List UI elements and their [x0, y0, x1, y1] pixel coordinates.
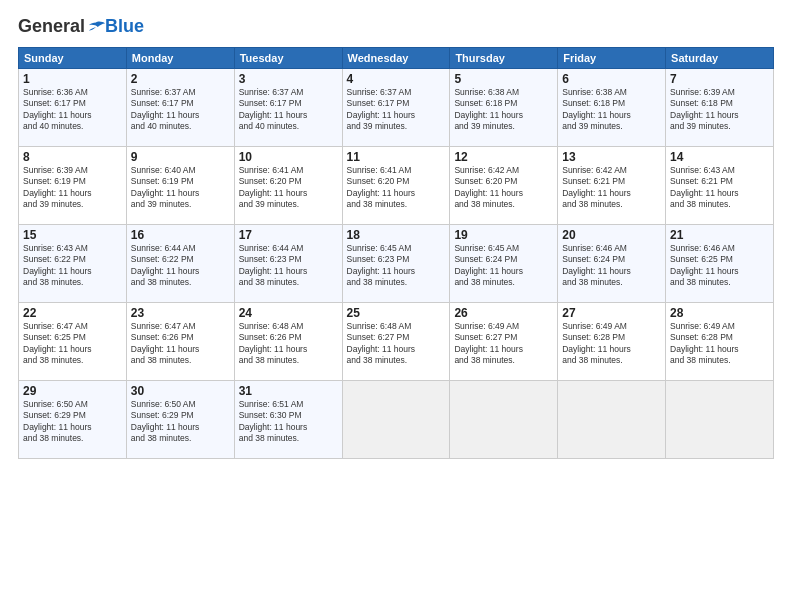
day-number: 29 [23, 384, 122, 398]
day-info: Sunrise: 6:45 AM Sunset: 6:24 PM Dayligh… [454, 243, 553, 289]
day-info: Sunrise: 6:42 AM Sunset: 6:20 PM Dayligh… [454, 165, 553, 211]
calendar-cell: 2Sunrise: 6:37 AM Sunset: 6:17 PM Daylig… [126, 69, 234, 147]
day-info: Sunrise: 6:45 AM Sunset: 6:23 PM Dayligh… [347, 243, 446, 289]
day-number: 28 [670, 306, 769, 320]
calendar-cell [558, 381, 666, 459]
calendar-cell: 30Sunrise: 6:50 AM Sunset: 6:29 PM Dayli… [126, 381, 234, 459]
day-number: 7 [670, 72, 769, 86]
calendar-cell: 31Sunrise: 6:51 AM Sunset: 6:30 PM Dayli… [234, 381, 342, 459]
day-info: Sunrise: 6:37 AM Sunset: 6:17 PM Dayligh… [347, 87, 446, 133]
day-number: 22 [23, 306, 122, 320]
day-info: Sunrise: 6:44 AM Sunset: 6:22 PM Dayligh… [131, 243, 230, 289]
calendar-cell: 11Sunrise: 6:41 AM Sunset: 6:20 PM Dayli… [342, 147, 450, 225]
calendar-cell: 23Sunrise: 6:47 AM Sunset: 6:26 PM Dayli… [126, 303, 234, 381]
day-number: 8 [23, 150, 122, 164]
day-number: 15 [23, 228, 122, 242]
day-number: 25 [347, 306, 446, 320]
day-number: 1 [23, 72, 122, 86]
calendar-cell: 9Sunrise: 6:40 AM Sunset: 6:19 PM Daylig… [126, 147, 234, 225]
day-number: 10 [239, 150, 338, 164]
day-number: 27 [562, 306, 661, 320]
calendar-cell: 6Sunrise: 6:38 AM Sunset: 6:18 PM Daylig… [558, 69, 666, 147]
day-number: 18 [347, 228, 446, 242]
day-number: 9 [131, 150, 230, 164]
calendar-cell: 13Sunrise: 6:42 AM Sunset: 6:21 PM Dayli… [558, 147, 666, 225]
day-info: Sunrise: 6:50 AM Sunset: 6:29 PM Dayligh… [23, 399, 122, 445]
day-info: Sunrise: 6:49 AM Sunset: 6:28 PM Dayligh… [670, 321, 769, 367]
day-info: Sunrise: 6:48 AM Sunset: 6:26 PM Dayligh… [239, 321, 338, 367]
day-number: 6 [562, 72, 661, 86]
col-header-saturday: Saturday [666, 48, 774, 69]
calendar-cell: 27Sunrise: 6:49 AM Sunset: 6:28 PM Dayli… [558, 303, 666, 381]
day-info: Sunrise: 6:38 AM Sunset: 6:18 PM Dayligh… [454, 87, 553, 133]
calendar-week-4: 22Sunrise: 6:47 AM Sunset: 6:25 PM Dayli… [19, 303, 774, 381]
day-info: Sunrise: 6:38 AM Sunset: 6:18 PM Dayligh… [562, 87, 661, 133]
day-info: Sunrise: 6:49 AM Sunset: 6:27 PM Dayligh… [454, 321, 553, 367]
day-info: Sunrise: 6:43 AM Sunset: 6:21 PM Dayligh… [670, 165, 769, 211]
calendar-cell: 1Sunrise: 6:36 AM Sunset: 6:17 PM Daylig… [19, 69, 127, 147]
day-number: 30 [131, 384, 230, 398]
day-info: Sunrise: 6:42 AM Sunset: 6:21 PM Dayligh… [562, 165, 661, 211]
calendar-cell: 10Sunrise: 6:41 AM Sunset: 6:20 PM Dayli… [234, 147, 342, 225]
calendar-cell: 7Sunrise: 6:39 AM Sunset: 6:18 PM Daylig… [666, 69, 774, 147]
calendar-week-3: 15Sunrise: 6:43 AM Sunset: 6:22 PM Dayli… [19, 225, 774, 303]
calendar-cell: 20Sunrise: 6:46 AM Sunset: 6:24 PM Dayli… [558, 225, 666, 303]
calendar-cell: 29Sunrise: 6:50 AM Sunset: 6:29 PM Dayli… [19, 381, 127, 459]
day-number: 5 [454, 72, 553, 86]
logo: General Blue [18, 16, 144, 37]
calendar-cell: 21Sunrise: 6:46 AM Sunset: 6:25 PM Dayli… [666, 225, 774, 303]
day-number: 21 [670, 228, 769, 242]
day-info: Sunrise: 6:36 AM Sunset: 6:17 PM Dayligh… [23, 87, 122, 133]
calendar-cell: 18Sunrise: 6:45 AM Sunset: 6:23 PM Dayli… [342, 225, 450, 303]
day-info: Sunrise: 6:44 AM Sunset: 6:23 PM Dayligh… [239, 243, 338, 289]
day-number: 23 [131, 306, 230, 320]
calendar-cell: 22Sunrise: 6:47 AM Sunset: 6:25 PM Dayli… [19, 303, 127, 381]
day-info: Sunrise: 6:43 AM Sunset: 6:22 PM Dayligh… [23, 243, 122, 289]
col-header-sunday: Sunday [19, 48, 127, 69]
calendar-cell: 26Sunrise: 6:49 AM Sunset: 6:27 PM Dayli… [450, 303, 558, 381]
calendar-week-2: 8Sunrise: 6:39 AM Sunset: 6:19 PM Daylig… [19, 147, 774, 225]
calendar-cell: 16Sunrise: 6:44 AM Sunset: 6:22 PM Dayli… [126, 225, 234, 303]
col-header-thursday: Thursday [450, 48, 558, 69]
col-header-tuesday: Tuesday [234, 48, 342, 69]
logo-bird-icon [87, 20, 105, 34]
day-number: 4 [347, 72, 446, 86]
calendar-cell: 15Sunrise: 6:43 AM Sunset: 6:22 PM Dayli… [19, 225, 127, 303]
calendar-cell [666, 381, 774, 459]
day-info: Sunrise: 6:49 AM Sunset: 6:28 PM Dayligh… [562, 321, 661, 367]
calendar-week-5: 29Sunrise: 6:50 AM Sunset: 6:29 PM Dayli… [19, 381, 774, 459]
day-number: 24 [239, 306, 338, 320]
col-header-monday: Monday [126, 48, 234, 69]
day-number: 12 [454, 150, 553, 164]
day-number: 17 [239, 228, 338, 242]
calendar-cell: 17Sunrise: 6:44 AM Sunset: 6:23 PM Dayli… [234, 225, 342, 303]
calendar-cell: 28Sunrise: 6:49 AM Sunset: 6:28 PM Dayli… [666, 303, 774, 381]
col-header-friday: Friday [558, 48, 666, 69]
calendar-cell: 25Sunrise: 6:48 AM Sunset: 6:27 PM Dayli… [342, 303, 450, 381]
calendar-cell [450, 381, 558, 459]
calendar-cell: 19Sunrise: 6:45 AM Sunset: 6:24 PM Dayli… [450, 225, 558, 303]
day-number: 2 [131, 72, 230, 86]
logo-blue: Blue [105, 16, 144, 37]
day-info: Sunrise: 6:46 AM Sunset: 6:24 PM Dayligh… [562, 243, 661, 289]
page-header: General Blue [18, 16, 774, 37]
day-info: Sunrise: 6:47 AM Sunset: 6:26 PM Dayligh… [131, 321, 230, 367]
calendar-cell: 3Sunrise: 6:37 AM Sunset: 6:17 PM Daylig… [234, 69, 342, 147]
calendar-week-1: 1Sunrise: 6:36 AM Sunset: 6:17 PM Daylig… [19, 69, 774, 147]
day-info: Sunrise: 6:46 AM Sunset: 6:25 PM Dayligh… [670, 243, 769, 289]
calendar-cell: 12Sunrise: 6:42 AM Sunset: 6:20 PM Dayli… [450, 147, 558, 225]
calendar-cell: 4Sunrise: 6:37 AM Sunset: 6:17 PM Daylig… [342, 69, 450, 147]
day-info: Sunrise: 6:39 AM Sunset: 6:18 PM Dayligh… [670, 87, 769, 133]
day-info: Sunrise: 6:40 AM Sunset: 6:19 PM Dayligh… [131, 165, 230, 211]
day-number: 26 [454, 306, 553, 320]
day-info: Sunrise: 6:47 AM Sunset: 6:25 PM Dayligh… [23, 321, 122, 367]
day-info: Sunrise: 6:37 AM Sunset: 6:17 PM Dayligh… [239, 87, 338, 133]
day-number: 20 [562, 228, 661, 242]
day-info: Sunrise: 6:37 AM Sunset: 6:17 PM Dayligh… [131, 87, 230, 133]
day-number: 3 [239, 72, 338, 86]
day-info: Sunrise: 6:51 AM Sunset: 6:30 PM Dayligh… [239, 399, 338, 445]
calendar-cell: 5Sunrise: 6:38 AM Sunset: 6:18 PM Daylig… [450, 69, 558, 147]
calendar-cell [342, 381, 450, 459]
calendar-cell: 24Sunrise: 6:48 AM Sunset: 6:26 PM Dayli… [234, 303, 342, 381]
day-number: 19 [454, 228, 553, 242]
